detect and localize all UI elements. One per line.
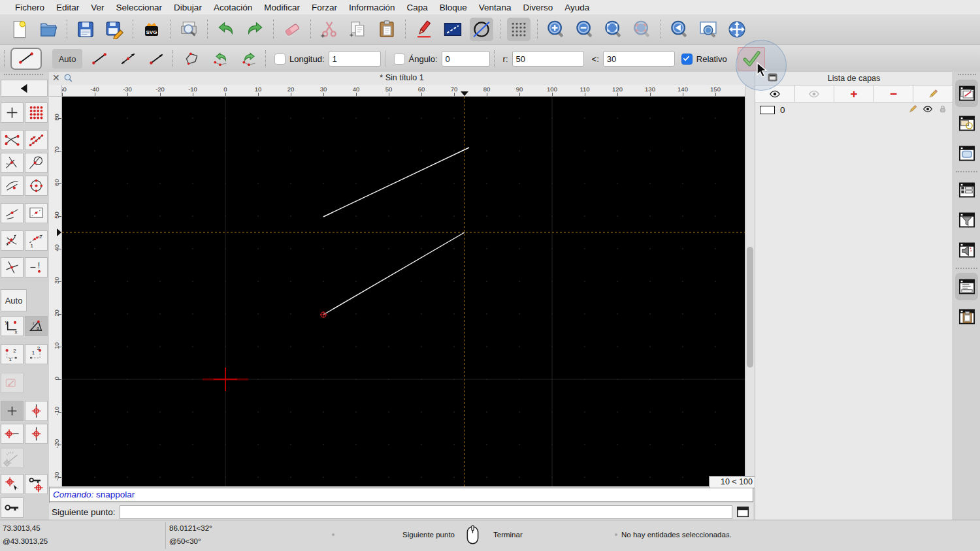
layer-lock-button[interactable] xyxy=(938,104,948,116)
visibility-on-button[interactable] xyxy=(755,86,795,102)
layer-row[interactable]: 0 xyxy=(755,102,953,118)
toolbar-grip[interactable] xyxy=(4,50,5,67)
current-tool-line[interactable] xyxy=(10,48,42,70)
drawing-canvas[interactable] xyxy=(62,97,745,486)
menu-item[interactable]: Forzar xyxy=(306,3,343,12)
redo-button[interactable] xyxy=(243,18,267,41)
restrict-orthogonal-button[interactable] xyxy=(25,401,48,421)
polyline-close-button[interactable] xyxy=(180,49,204,69)
erase-button[interactable] xyxy=(280,18,304,41)
cut-button[interactable] xyxy=(318,18,341,41)
line-direction-button[interactable] xyxy=(145,49,169,69)
order-21-button[interactable]: 12 xyxy=(25,344,48,364)
restrict-nothing-button[interactable] xyxy=(1,401,24,421)
save-button[interactable] xyxy=(74,18,97,41)
dock-command-line-button[interactable] xyxy=(955,273,978,300)
polyline-undo-button[interactable] xyxy=(209,49,233,69)
entity-attributes-button[interactable] xyxy=(470,18,493,41)
line-attributes-button[interactable] xyxy=(441,18,465,41)
snap-on-entity-button[interactable] xyxy=(25,130,48,150)
menu-item[interactable]: Acotación xyxy=(208,3,258,12)
restrict-indicator-button[interactable] xyxy=(1,373,24,393)
snap-free-button[interactable] xyxy=(1,102,24,123)
menu-item[interactable]: Ventana xyxy=(473,3,517,12)
order-12-button[interactable]: 12 xyxy=(1,344,24,364)
remove-layer-button[interactable]: − xyxy=(874,86,914,102)
lock-key-button[interactable] xyxy=(1,497,24,518)
menu-item[interactable]: Seleccionar xyxy=(110,3,169,12)
snap-center-button[interactable] xyxy=(1,176,24,196)
menu-item[interactable]: Capa xyxy=(401,3,434,12)
open-file-button[interactable] xyxy=(37,18,60,41)
snap-intersection-auto-button[interactable] xyxy=(1,230,24,251)
snap-cross-button[interactable] xyxy=(1,257,24,277)
snap-intersection-manual-button[interactable]: 12 xyxy=(25,230,48,251)
menu-item[interactable]: Bloque xyxy=(434,3,473,12)
dock-library-button[interactable] xyxy=(955,140,978,167)
save-as-button[interactable] xyxy=(103,18,126,41)
dock-filter-button[interactable] xyxy=(955,206,978,234)
snap-endpoint-button[interactable] xyxy=(1,130,24,150)
line-mode-auto-button[interactable]: Auto xyxy=(52,49,82,69)
snap-exclusive-button[interactable]: ! xyxy=(25,257,48,277)
zoom-previous-button[interactable] xyxy=(668,18,691,41)
dock-layer-list-button[interactable] xyxy=(955,80,978,107)
print-preview-button[interactable] xyxy=(177,18,201,41)
radius-input[interactable] xyxy=(512,51,584,67)
copy-button[interactable] xyxy=(346,18,370,41)
menu-item[interactable]: Fichero xyxy=(9,3,50,12)
angulo-checkbox[interactable] xyxy=(394,54,405,65)
snap-circle-center-button[interactable] xyxy=(25,176,48,196)
restrict-vertical-button[interactable] xyxy=(25,424,48,444)
layer-visibility-button[interactable] xyxy=(923,104,933,116)
coord-polar-button[interactable]: ra xyxy=(25,316,48,336)
longitud-input[interactable] xyxy=(329,51,381,67)
back-arrow-button[interactable] xyxy=(1,80,48,97)
new-document-button[interactable] xyxy=(8,18,31,41)
document-title[interactable]: * Sin título 1 xyxy=(49,73,755,82)
confirm-button[interactable] xyxy=(738,47,765,71)
dock-grip[interactable] xyxy=(958,74,976,75)
menu-item[interactable]: Diverso xyxy=(517,3,559,12)
restrict-horizontal-button[interactable] xyxy=(1,424,24,444)
dock-notification-button[interactable] xyxy=(955,236,978,264)
auto-snap-button[interactable]: Auto xyxy=(1,289,27,311)
coord-cartesian-button[interactable]: yx xyxy=(1,316,24,336)
undo-button[interactable] xyxy=(214,18,238,41)
snap-grid-button[interactable] xyxy=(25,102,48,123)
snap-tangent-button[interactable] xyxy=(25,153,48,173)
dock-block-list-button[interactable] xyxy=(955,110,978,137)
dock-entity-list-button[interactable] xyxy=(955,176,978,204)
line-two-points-button[interactable] xyxy=(88,49,111,69)
set-relative-zero-button[interactable] xyxy=(1,474,24,494)
zoom-selected-button[interactable] xyxy=(630,18,654,41)
export-svg-button[interactable]: SVG xyxy=(140,18,163,41)
zoom-window-button[interactable] xyxy=(696,18,720,41)
add-layer-button[interactable]: + xyxy=(834,86,874,102)
command-dock-button[interactable] xyxy=(736,505,750,518)
dock-clipboard-button[interactable] xyxy=(955,303,978,330)
snap-angle-button[interactable] xyxy=(1,448,24,468)
grid-toggle-button[interactable] xyxy=(507,18,531,41)
snap-middle-button[interactable] xyxy=(1,203,24,223)
menu-item[interactable]: Editar xyxy=(50,3,85,12)
paste-button[interactable] xyxy=(375,18,399,41)
snap-perpendicular-button[interactable] xyxy=(1,153,24,173)
zoom-pan-button[interactable] xyxy=(725,18,749,41)
zoom-auto-button[interactable] xyxy=(602,18,625,41)
toolbar-grip[interactable] xyxy=(4,74,43,75)
relativo-checkbox[interactable] xyxy=(681,54,693,65)
vertical-scrollbar[interactable] xyxy=(745,85,755,486)
menu-item[interactable]: Modificar xyxy=(258,3,306,12)
snap-distance-button[interactable] xyxy=(25,203,48,223)
pen-attributes-button[interactable] xyxy=(412,18,436,41)
command-input[interactable] xyxy=(120,505,732,519)
polyline-redo-button[interactable] xyxy=(238,49,261,69)
layer-edit-button[interactable] xyxy=(907,104,918,116)
scrollbar-thumb[interactable] xyxy=(747,247,753,368)
line-both-directions-button[interactable] xyxy=(116,49,140,69)
polar-angle-input[interactable] xyxy=(603,51,675,67)
menu-item[interactable]: Ayuda xyxy=(559,3,595,12)
lock-relative-zero-button[interactable] xyxy=(25,474,48,494)
visibility-off-button[interactable] xyxy=(795,86,835,102)
